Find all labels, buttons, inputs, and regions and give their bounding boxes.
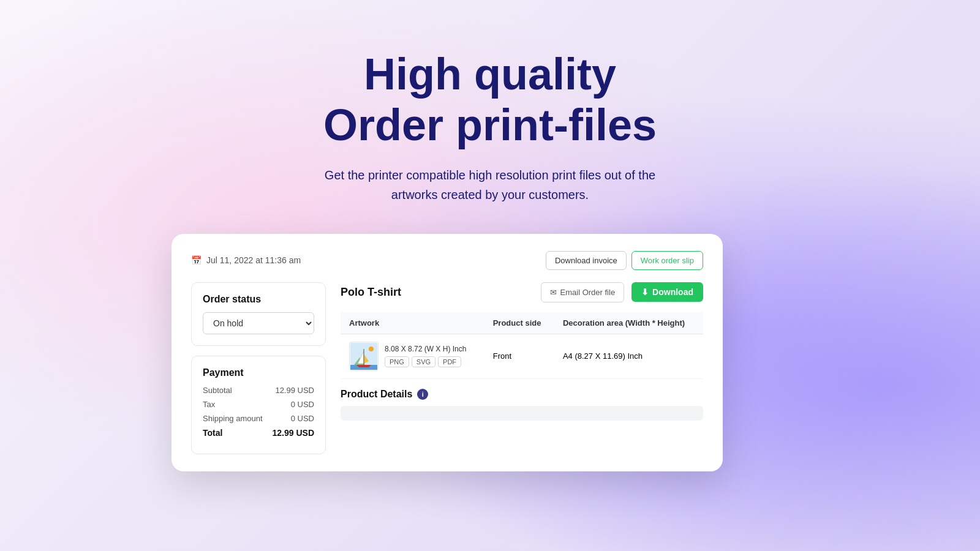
payment-total-row: Total 12.99 USD — [203, 428, 314, 438]
format-png: PNG — [385, 356, 409, 367]
header-buttons: Download invoice Work order slip — [546, 251, 703, 270]
payment-tax-row: Tax 0 USD — [203, 400, 314, 409]
svg-marker-5 — [356, 365, 371, 367]
table-body: 8.08 X 8.72 (W X H) Inch PNG SVG PDF — [341, 334, 703, 378]
artwork-cell: 8.08 X 8.72 (W X H) Inch PNG SVG PDF — [341, 334, 484, 378]
format-svg: SVG — [412, 356, 435, 367]
hero-section: High quality Order print-files Get the p… — [0, 0, 980, 204]
download-icon: ⬇ — [641, 287, 649, 297]
table-row: 8.08 X 8.72 (W X H) Inch PNG SVG PDF — [341, 334, 703, 378]
product-details-title: Product Details — [341, 389, 412, 400]
payment-box: Payment Subtotal 12.99 USD Tax 0 USD Shi… — [191, 356, 326, 454]
artwork-dimensions: 8.08 X 8.72 (W X H) Inch — [385, 345, 466, 353]
order-date: 📅 Jul 11, 2022 at 11:36 am — [191, 255, 301, 265]
hero-title: High quality Order print-files — [0, 49, 980, 151]
payment-subtotal-row: Subtotal 12.99 USD — [203, 386, 314, 395]
product-table: Artwork Product side Decoration area (Wi… — [341, 312, 703, 379]
order-status-select[interactable]: On hold — [203, 312, 314, 334]
col-product-side: Product side — [484, 312, 554, 334]
product-side-cell: Front — [484, 334, 554, 378]
col-artwork: Artwork — [341, 312, 484, 334]
info-icon: i — [417, 389, 428, 400]
order-status-box: Order status On hold — [191, 282, 326, 346]
order-status-title: Order status — [203, 294, 314, 305]
card-header: 📅 Jul 11, 2022 at 11:36 am Download invo… — [191, 251, 703, 270]
ui-card: 📅 Jul 11, 2022 at 11:36 am Download invo… — [172, 234, 723, 471]
right-panel: Polo T-shirt ✉ Email Order file ⬇ Downlo… — [341, 282, 703, 454]
download-button[interactable]: ⬇ Download — [631, 282, 703, 302]
table-head: Artwork Product side Decoration area (Wi… — [341, 312, 703, 334]
download-invoice-button[interactable]: Download invoice — [546, 251, 627, 270]
calendar-icon: 📅 — [191, 255, 202, 265]
hero-subtitle: Get the printer compatible high resoluti… — [288, 165, 692, 204]
artwork-thumbnail — [349, 342, 379, 371]
ui-card-wrapper: 📅 Jul 11, 2022 at 11:36 am Download invo… — [172, 234, 723, 471]
email-order-file-button[interactable]: ✉ Email Order file — [541, 282, 625, 302]
work-order-slip-button[interactable]: Work order slip — [631, 251, 703, 270]
table-header-row: Artwork Product side Decoration area (Wi… — [341, 312, 703, 334]
svg-point-2 — [369, 347, 374, 351]
product-details-placeholder — [341, 406, 703, 421]
product-name: Polo T-shirt — [341, 286, 533, 299]
left-panel: Order status On hold Payment Subtotal 12… — [191, 282, 326, 454]
boat-illustration — [350, 343, 377, 370]
format-tags: PNG SVG PDF — [385, 356, 466, 367]
payment-shipping-row: Shipping amount 0 USD — [203, 414, 314, 423]
decoration-area-cell: A4 (8.27 X 11.69) Inch — [554, 334, 703, 378]
product-details-header: Product Details i — [341, 389, 703, 400]
card-body: Order status On hold Payment Subtotal 12… — [191, 282, 703, 454]
product-header: Polo T-shirt ✉ Email Order file ⬇ Downlo… — [341, 282, 703, 302]
format-pdf: PDF — [438, 356, 461, 367]
payment-title: Payment — [203, 367, 314, 378]
col-decoration-area: Decoration area (Width * Height) — [554, 312, 703, 334]
email-icon: ✉ — [550, 288, 557, 297]
